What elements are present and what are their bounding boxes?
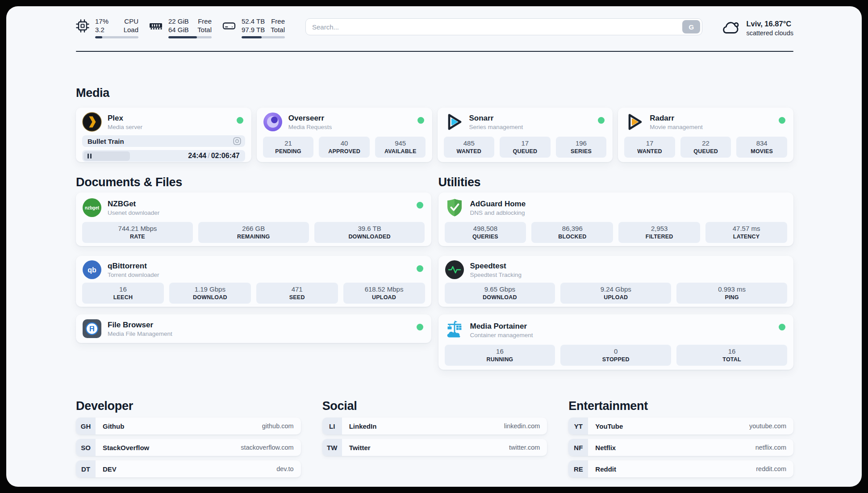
weather-condition: scattered clouds	[746, 29, 793, 38]
bookmark-dev[interactable]: DT DEV dev.to	[76, 460, 301, 477]
memory-widget: 22 GiB 64 GiB Free Total	[149, 17, 212, 38]
app-card-speedtest[interactable]: Speedtest Speedtest Tracking 9.65 Gbps D…	[438, 256, 794, 307]
app-description: Usenet downloader	[108, 209, 159, 217]
app-card-adguard[interactable]: AdGuard Home DNS and adblocking 498,508 …	[438, 192, 794, 246]
app-description: DNS and adblocking	[470, 209, 526, 217]
cloud-icon	[720, 20, 741, 36]
stat-value: 485	[446, 139, 493, 147]
section-title-documents: Documents & Files	[76, 175, 431, 190]
status-dot	[779, 324, 785, 330]
stat-label: LATENCY	[707, 233, 785, 240]
stop-icon[interactable]	[233, 137, 241, 145]
bookmark-name: LinkedIn	[349, 422, 377, 430]
bookmark-stackoverflow[interactable]: SO StackOverflow stackoverflow.com	[76, 439, 301, 456]
stat-label: AVAILABLE	[377, 148, 424, 155]
disk-progress-fill	[242, 36, 262, 38]
memory-label-2: Total	[197, 25, 212, 34]
disk-icon	[222, 19, 236, 33]
stat-box: 0 STOPPED	[560, 345, 671, 366]
disk-widget: 52.4 TB 97.9 TB Free Total	[222, 17, 285, 38]
disk-label-2: Total	[271, 25, 285, 34]
bookmark-url: linkedin.com	[504, 422, 540, 430]
stat-box: 39.6 TB DOWNLOADED	[314, 222, 425, 243]
stat-label: BLOCKED	[533, 233, 611, 240]
stat-box: 834 MOVIES	[736, 137, 787, 158]
app-description: Movie management	[650, 123, 703, 131]
system-widgets: 17% 3.2 CPU Load	[76, 17, 285, 38]
weather-location-temp: Lviv, 16.87°C	[746, 19, 793, 29]
disk-total: 97.9 TB	[242, 25, 265, 34]
bookmark-url: github.com	[262, 422, 294, 430]
cpu-usage: 17%	[95, 17, 108, 25]
stat-box: 17 WANTED	[624, 137, 675, 158]
disk-free: 52.4 TB	[242, 17, 265, 25]
app-card-nzbget[interactable]: nzbget NZBGet Usenet downloader 744.21 M…	[76, 192, 431, 246]
app-card-sonarr[interactable]: Sonarr Series management 485 WANTED 17 Q…	[438, 108, 613, 162]
app-description: Series management	[469, 123, 523, 131]
svg-text:qb: qb	[88, 266, 96, 274]
stat-box: 86,396 BLOCKED	[531, 222, 613, 243]
app-description: Media Requests	[288, 123, 332, 131]
stat-box: 9.24 Gbps UPLOAD	[560, 283, 671, 304]
stat-value: 17	[626, 139, 673, 147]
app-name: qBittorrent	[108, 261, 159, 271]
top-bar: 17% 3.2 CPU Load	[76, 6, 793, 38]
app-name: File Browser	[108, 320, 172, 330]
bookmark-name: Reddit	[595, 465, 616, 473]
weather-widget: Lviv, 16.87°C scattered clouds	[720, 19, 793, 38]
search-input[interactable]	[312, 23, 682, 31]
elapsed-time: 24:44	[188, 152, 206, 159]
app-description: Speedtest Tracking	[470, 271, 522, 279]
bookmark-twitter[interactable]: TW Twitter twitter.com	[322, 439, 547, 456]
bookmark-netflix[interactable]: NF Netflix netflix.com	[568, 439, 793, 456]
app-card-overseerr[interactable]: Overseerr Media Requests 21 PENDING 40 A…	[257, 108, 432, 162]
bookmark-youtube[interactable]: YT YouTube youtube.com	[568, 418, 793, 435]
stat-value: 196	[558, 139, 605, 147]
bookmark-reddit[interactable]: RE Reddit reddit.com	[568, 460, 793, 477]
app-card-filebrowser[interactable]: File Browser Media File Management	[76, 314, 431, 343]
stat-box: 618.52 Mbps UPLOAD	[343, 283, 425, 304]
search-engine-button[interactable]: G	[682, 20, 700, 33]
stat-box: 47.57 ms LATENCY	[705, 222, 787, 243]
bookmark-name: Github	[103, 422, 124, 430]
stat-box: 0.993 ms PING	[676, 283, 787, 304]
app-name: NZBGet	[108, 199, 159, 209]
bookmark-github[interactable]: GH Github github.com	[76, 418, 301, 435]
cpu-progress-fill	[95, 36, 102, 38]
status-dot	[417, 324, 423, 330]
stat-label: UPLOAD	[345, 294, 423, 301]
disk-labels: Free Total	[271, 17, 285, 34]
pause-button[interactable]	[83, 151, 130, 161]
stat-box: 945 AVAILABLE	[375, 137, 426, 158]
bookmark-linkedin[interactable]: LI LinkedIn linkedin.com	[322, 418, 547, 435]
bookmark-group-entertainment: Entertainment YT YouTube youtube.com NF …	[568, 398, 793, 477]
stat-value: 39.6 TB	[316, 224, 423, 233]
media-card-grid: Plex Media server Bullet Train 24:44/02:…	[76, 108, 793, 162]
bookmark-abbr: TW	[322, 439, 342, 456]
memory-labels: Free Total	[197, 17, 212, 34]
stat-box: 471 SEED	[256, 283, 338, 304]
stat-value: 2,953	[620, 224, 698, 233]
stat-box: 21 PENDING	[263, 137, 314, 158]
app-card-plex[interactable]: Plex Media server Bullet Train 24:44/02:…	[76, 108, 251, 162]
stat-value: 266 GB	[200, 224, 307, 233]
app-card-portainer[interactable]: Media Portainer Container management 16 …	[438, 314, 794, 370]
cpu-label-1: CPU	[124, 17, 138, 25]
stat-label: UPLOAD	[562, 294, 669, 301]
stat-value: 40	[321, 139, 368, 147]
cpu-load: 3.2	[95, 25, 108, 34]
stat-value: 16	[84, 285, 162, 293]
app-card-qbittorrent[interactable]: qb qBittorrent Torrent downloader 16 LEE…	[76, 256, 431, 307]
stat-box: 17 QUEUED	[500, 137, 551, 158]
sonarr-icon	[444, 112, 463, 132]
stat-box: 744.21 Mbps RATE	[82, 222, 193, 243]
stat-value: 618.52 Mbps	[345, 285, 423, 293]
radarr-icon	[624, 112, 644, 132]
stat-label: QUEUED	[682, 148, 730, 155]
stat-label: QUEUED	[501, 148, 549, 155]
bookmark-url: stackoverflow.com	[241, 444, 293, 451]
app-card-radarr[interactable]: Radarr Movie management 17 WANTED 22 QUE…	[618, 108, 793, 162]
app-name: Overseerr	[288, 113, 332, 123]
now-playing-row: Bullet Train	[82, 135, 245, 147]
status-dot	[417, 117, 424, 124]
